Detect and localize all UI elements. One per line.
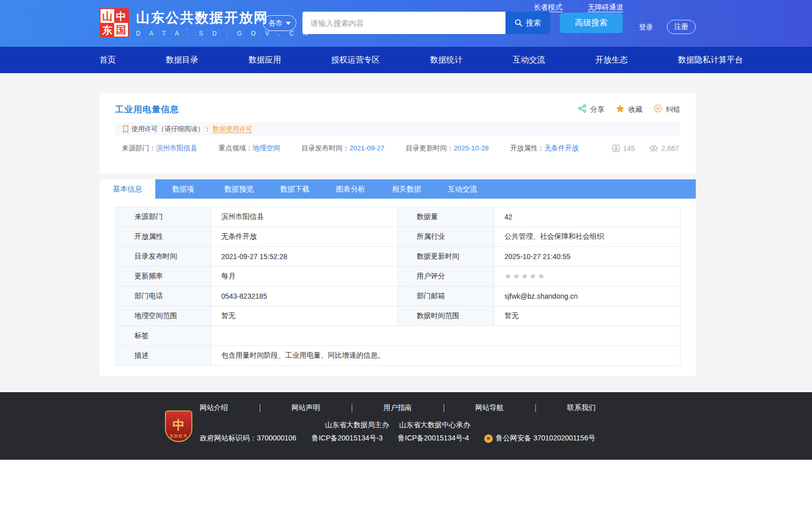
row-label: 来源部门 xyxy=(116,207,211,227)
meta-value[interactable]: 滨州市阳信县 xyxy=(156,144,197,152)
nav-item-4[interactable]: 数据统计 xyxy=(430,55,462,66)
correct-button[interactable]: 纠错 xyxy=(654,104,680,115)
row-value: 暂无 xyxy=(211,306,398,326)
nav-item-2[interactable]: 数据应用 xyxy=(249,55,281,66)
favorite-button[interactable]: 收藏 xyxy=(616,104,642,115)
star-icon xyxy=(616,104,625,115)
row-label: 部门邮箱 xyxy=(398,287,494,306)
row-value: 42 xyxy=(494,207,681,227)
dataset-meta-row: 来源部门：滨州市阳信县重点领域：地理空间目录发布时间：2021-09-27目录更… xyxy=(122,144,680,153)
row-value: 每月 xyxy=(211,267,398,287)
row-value: ★★★★★ xyxy=(494,267,681,287)
footer-link-separator xyxy=(260,404,260,412)
footer-link-2[interactable]: 用户指南 xyxy=(384,403,412,412)
tab-0[interactable]: 基本信息 xyxy=(99,179,155,199)
seal-char: 东 xyxy=(100,23,114,37)
license-label: 使用许可（请仔细阅读）： xyxy=(131,124,211,134)
license-link[interactable]: 数据使用许可 xyxy=(213,124,252,134)
footer-host-line: 山东省大数据局主办 山东省大数据中心承办 xyxy=(99,421,696,430)
site-subtitle: D A T A . S D . G O V . C N xyxy=(136,30,311,37)
error-correct-icon xyxy=(654,104,662,115)
row-value: 0543-8232185 xyxy=(211,287,398,306)
footer-police-text: 鲁公网安备 37010202001156号 xyxy=(496,434,595,443)
row-label: 数据时间范围 xyxy=(398,306,494,326)
nav-item-6[interactable]: 开放生态 xyxy=(595,55,628,66)
meta-item-4: 开放属性：无条件开放 xyxy=(510,144,579,153)
tab-2[interactable]: 数据预览 xyxy=(211,179,267,199)
basic-info-table: 来源部门滨州市阳信县数据量42开放属性无条件开放所属行业公共管理、社会保障和社会… xyxy=(115,207,681,366)
chevron-down-icon xyxy=(286,22,291,25)
seal-char: 国 xyxy=(114,23,128,37)
share-label: 分享 xyxy=(590,105,604,114)
nav-item-5[interactable]: 互动交流 xyxy=(513,55,545,66)
footer-host-1: 山东省大数据局主办 xyxy=(325,421,389,429)
seal-char: 中 xyxy=(114,9,128,23)
footer-icp-2[interactable]: 鲁ICP备20015134号-4 xyxy=(398,434,469,443)
row-label: 地理空间范围 xyxy=(116,306,211,326)
nav-item-0[interactable]: 首页 xyxy=(99,55,116,66)
main-nav: 首页数据目录数据应用授权运营专区数据统计互动交流开放生态数据隐私计算平台 xyxy=(0,47,812,73)
row-label: 更新频率 xyxy=(116,267,211,287)
share-icon xyxy=(578,104,587,115)
meta-item-2: 目录发布时间：2021-09-27 xyxy=(301,144,385,153)
utility-links: 长者模式 无障碍通道 xyxy=(534,3,623,12)
tab-5[interactable]: 相关数据 xyxy=(379,179,434,199)
footer-police-record[interactable]: 鲁公网安备 37010202001156号 xyxy=(484,434,595,443)
row-value: 公共管理、社会保障和社会组织 xyxy=(494,227,681,247)
city-dropdown[interactable]: 各市 xyxy=(263,15,296,31)
footer-site-id: 政府网站标识码：3700000106 xyxy=(200,434,296,443)
nav-item-7[interactable]: 数据隐私计算平台 xyxy=(678,55,743,66)
dataset-actions: 分享收藏纠错 xyxy=(578,104,680,115)
search-icon xyxy=(515,19,523,27)
rating-stars[interactable]: ★★★★★ xyxy=(504,272,546,280)
police-badge-icon xyxy=(484,434,493,443)
download-count-value: 145 xyxy=(623,144,635,152)
tab-4[interactable]: 图表分析 xyxy=(323,179,379,199)
page: 长者模式 无障碍通道 山 中 东 国 山东公共数据开放网 D A T A . S… xyxy=(0,0,812,508)
footer-link-4[interactable]: 联系我们 xyxy=(567,403,596,412)
search-input[interactable] xyxy=(302,12,505,34)
meta-label: 重点领域： xyxy=(219,144,253,152)
row-label: 描述 xyxy=(116,346,211,366)
register-button[interactable]: 注册 xyxy=(667,20,696,34)
tab-3[interactable]: 数据下载 xyxy=(267,179,323,199)
footer-link-0[interactable]: 网站介绍 xyxy=(200,403,228,412)
footer-link-separator xyxy=(444,404,444,412)
correct-label: 纠错 xyxy=(666,105,680,114)
share-button[interactable]: 分享 xyxy=(578,104,604,115)
site-logo: 山 中 东 国 xyxy=(99,8,129,38)
elder-mode-link[interactable]: 长者模式 xyxy=(534,3,562,12)
accessibility-link[interactable]: 无障碍通道 xyxy=(588,3,623,12)
download-count: 145 xyxy=(612,144,635,152)
footer-icp-1[interactable]: 鲁ICP备20015134号-3 xyxy=(312,434,383,443)
dataset-title: 工业用电量信息 xyxy=(115,104,179,115)
dataset-title-row: 工业用电量信息 分享收藏纠错 xyxy=(99,93,696,115)
meta-value[interactable]: 2025-10-28 xyxy=(454,144,489,152)
row-label: 标签 xyxy=(116,326,211,346)
dataset-stats: 145 2,667 xyxy=(612,144,679,152)
login-link[interactable]: 登录 xyxy=(639,23,653,32)
meta-value[interactable]: 无条件开放 xyxy=(545,144,579,152)
row-label: 数据量 xyxy=(398,207,494,227)
footer-link-separator xyxy=(535,404,536,412)
footer-link-1[interactable]: 网站声明 xyxy=(292,403,320,412)
footer-link-3[interactable]: 网站导航 xyxy=(476,403,504,412)
dataset-header-card: 工业用电量信息 分享收藏纠错 使用许可（请仔细阅读）： 数据使用许可 来源部门：… xyxy=(99,93,696,173)
tab-6[interactable]: 互动交流 xyxy=(434,179,490,199)
meta-value[interactable]: 地理空间 xyxy=(253,144,280,152)
table-row: 开放属性无条件开放所属行业公共管理、社会保障和社会组织 xyxy=(116,227,681,247)
view-count: 2,667 xyxy=(649,144,679,152)
license-bar: 使用许可（请仔细阅读）： 数据使用许可 xyxy=(115,122,680,136)
nav-item-1[interactable]: 数据目录 xyxy=(166,55,198,66)
table-row: 标签 xyxy=(116,326,681,346)
row-label: 部门电话 xyxy=(116,287,211,306)
search-button-label: 搜索 xyxy=(526,18,541,28)
nav-item-3[interactable]: 授权运营专区 xyxy=(331,55,380,66)
advanced-search-button[interactable]: 高级搜索 xyxy=(560,13,623,33)
footer-links: 网站介绍网站声明用户指南网站导航联系我们 xyxy=(99,403,696,412)
meta-label: 目录更新时间： xyxy=(406,144,454,152)
search-button[interactable]: 搜索 xyxy=(505,12,550,34)
tab-1[interactable]: 数据项 xyxy=(155,179,211,199)
meta-value[interactable]: 2021-09-27 xyxy=(350,144,385,152)
footer-inner: 中 党政机关 网站介绍网站声明用户指南网站导航联系我们 山东省大数据局主办 山东… xyxy=(99,392,696,460)
